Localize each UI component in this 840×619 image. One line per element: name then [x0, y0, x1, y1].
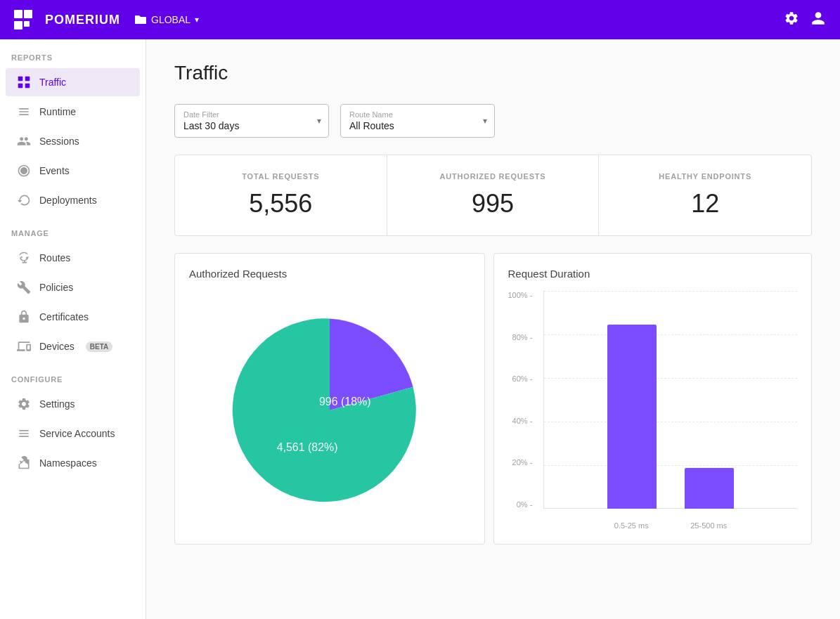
app-body: REPORTS Traffic Runtime Sessions Events: [0, 39, 840, 619]
deployments-icon: [17, 193, 31, 207]
healthy-endpoints-value: 12: [616, 189, 794, 219]
chevron-down-icon: ▾: [195, 15, 199, 25]
bar-group-2: [685, 468, 734, 509]
x-label-group-2: 25-500 ms: [684, 521, 733, 530]
events-label: Events: [39, 165, 70, 176]
svg-rect-4: [18, 77, 23, 82]
global-selector[interactable]: GLOBAL ▾: [134, 14, 199, 25]
runtime-label: Runtime: [39, 106, 76, 117]
date-filter-label: Date Filter: [183, 110, 303, 119]
sidebar-item-settings[interactable]: Settings: [6, 390, 140, 418]
bar-chart-area: [543, 291, 798, 509]
pie-label-teal: 4,561 (82%): [276, 441, 337, 453]
namespaces-icon: [17, 456, 31, 470]
settings-label: Settings: [39, 398, 75, 410]
devices-label: Devices: [39, 341, 75, 352]
sidebar: REPORTS Traffic Runtime Sessions Events: [0, 39, 146, 619]
x-label-1: 0.5-25 ms: [614, 521, 649, 530]
sidebar-item-deployments[interactable]: Deployments: [6, 186, 140, 214]
filters-row: Date Filter Last 30 days ▾ Route Name Al…: [174, 104, 812, 138]
y-axis: 100% - 80% - 60% - 40% - 20% - 0% -: [508, 291, 537, 509]
y-label-80: 80% -: [512, 333, 533, 341]
certificates-label: Certificates: [39, 311, 89, 322]
svg-rect-3: [24, 21, 30, 27]
authorized-requests-label: AUTHORIZED REQUESTS: [404, 172, 582, 181]
date-filter-arrow: ▾: [317, 116, 321, 126]
y-label-20: 20% -: [512, 458, 533, 467]
traffic-icon: [17, 75, 31, 89]
sessions-icon: [17, 134, 31, 148]
bar-2: [685, 468, 734, 509]
sidebar-item-policies[interactable]: Policies: [6, 273, 140, 301]
y-label-100: 100% -: [508, 291, 533, 299]
header: POMERIUM GLOBAL ▾: [0, 0, 840, 39]
stat-authorized-requests: AUTHORIZED REQUESTS 995: [387, 155, 600, 235]
pie-chart-title: Authorized Requests: [189, 268, 470, 280]
sidebar-item-sessions[interactable]: Sessions: [6, 127, 140, 155]
configure-section-label: CONFIGURE: [0, 361, 146, 389]
sidebar-item-routes[interactable]: Routes: [6, 244, 140, 272]
user-icon[interactable]: [810, 11, 826, 30]
traffic-label: Traffic: [39, 77, 66, 88]
global-label: GLOBAL: [151, 14, 190, 25]
total-requests-value: 5,556: [192, 189, 370, 219]
service-accounts-icon: [17, 426, 31, 441]
routes-label: Routes: [39, 252, 70, 263]
sessions-label: Sessions: [39, 136, 79, 147]
y-label-0: 0% -: [517, 500, 533, 509]
y-label-60: 60% -: [512, 374, 533, 383]
sidebar-item-certificates[interactable]: Certificates: [6, 303, 140, 331]
logo-text: POMERIUM: [45, 13, 120, 27]
y-label-40: 40% -: [512, 417, 533, 425]
route-filter-arrow: ▾: [483, 116, 487, 126]
route-filter-label: Route Name: [349, 110, 469, 119]
stat-total-requests: TOTAL REQUESTS 5,556: [175, 155, 387, 235]
bar-1: [607, 325, 657, 509]
svg-rect-7: [25, 84, 30, 89]
svg-rect-5: [25, 77, 30, 82]
healthy-endpoints-label: HEALTHY ENDPOINTS: [616, 172, 794, 181]
header-right: [784, 11, 826, 30]
x-label-2: 25-500 ms: [690, 521, 727, 530]
settings-icon[interactable]: [784, 11, 799, 30]
beta-badge: BETA: [86, 341, 112, 352]
bar-group-1: [607, 325, 657, 509]
route-filter[interactable]: Route Name All Routes ▾: [340, 104, 495, 138]
bar-chart-title: Request Duration: [508, 268, 798, 280]
sidebar-item-traffic[interactable]: Traffic: [6, 68, 140, 96]
events-icon: [17, 164, 31, 178]
date-filter-value: Last 30 days: [183, 120, 303, 131]
total-requests-label: TOTAL REQUESTS: [192, 172, 370, 181]
sidebar-item-runtime[interactable]: Runtime: [6, 98, 140, 126]
page-title: Traffic: [174, 62, 812, 84]
authorized-requests-value: 995: [404, 189, 582, 219]
svg-rect-6: [18, 84, 23, 89]
namespaces-label: Namespaces: [39, 457, 97, 469]
folder-icon: [134, 15, 147, 25]
settings-sidebar-icon: [17, 397, 31, 411]
routes-icon: [17, 251, 31, 265]
manage-section-label: MANAGE: [0, 215, 146, 243]
x-axis: 0.5-25 ms 25-500 ms: [543, 509, 798, 530]
certificates-icon: [17, 310, 31, 324]
logo-icon: [14, 10, 39, 30]
stat-healthy-endpoints: HEALTHY ENDPOINTS 12: [599, 155, 811, 235]
charts-row: Authorized Requests: [174, 253, 812, 545]
svg-rect-1: [24, 10, 32, 18]
pie-chart-svg: 996 (18%) 4,561 (82%): [228, 308, 432, 512]
policies-label: Policies: [39, 282, 73, 293]
sidebar-item-namespaces[interactable]: Namespaces: [6, 449, 140, 477]
date-filter[interactable]: Date Filter Last 30 days ▾: [174, 104, 329, 138]
runtime-icon: [17, 105, 31, 119]
svg-rect-0: [14, 10, 22, 18]
bar-chart-card: Request Duration 100% - 80% - 60% - 40% …: [493, 253, 813, 545]
svg-rect-2: [14, 21, 22, 30]
bar-chart-container: 100% - 80% - 60% - 40% - 20% - 0% -: [508, 291, 798, 530]
logo[interactable]: POMERIUM: [14, 10, 120, 30]
sidebar-item-service-accounts[interactable]: Service Accounts: [6, 419, 140, 448]
pie-container: 996 (18%) 4,561 (82%): [189, 291, 470, 530]
policies-icon: [17, 280, 31, 294]
sidebar-item-devices[interactable]: Devices BETA: [6, 332, 140, 360]
sidebar-item-events[interactable]: Events: [6, 157, 140, 185]
pie-label-purple: 996 (18%): [319, 396, 371, 408]
